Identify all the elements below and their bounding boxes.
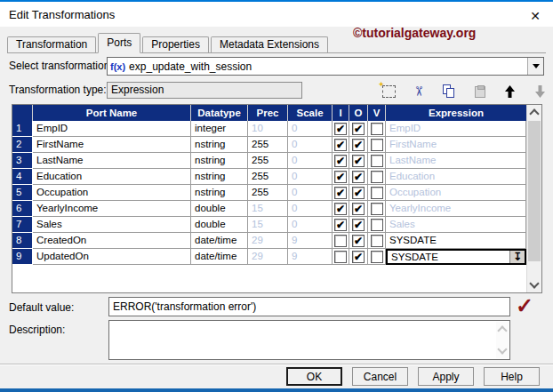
output-port-checkbox[interactable]: ✔ (352, 203, 365, 215)
help-button[interactable]: Help (484, 367, 540, 386)
datatype-cell[interactable]: nstring (191, 153, 248, 169)
datatype-cell[interactable]: date/time (191, 249, 248, 265)
output-port-checkbox[interactable]: ✔ (352, 123, 365, 135)
input-port-checkbox[interactable]: ✔ (334, 187, 347, 199)
input-port-checkbox[interactable] (334, 251, 347, 263)
input-port-checkbox[interactable] (334, 235, 347, 247)
open-expression-editor-button[interactable]: ↧ (509, 251, 525, 263)
port-name-cell[interactable]: FirstName (33, 137, 191, 153)
output-port-checkbox[interactable]: ✔ (352, 235, 365, 247)
scale-cell[interactable]: 9 (288, 233, 333, 249)
expression-cell[interactable]: Occupation (386, 185, 526, 201)
variable-port-checkbox[interactable] (371, 219, 383, 231)
input-port-checkbox[interactable]: ✔ (334, 203, 347, 215)
row-number-cell[interactable]: 4 (12, 169, 33, 185)
row-number-cell[interactable]: 8 (12, 233, 33, 249)
row-number-cell[interactable]: 9 (12, 249, 33, 265)
variable-port-checkbox[interactable] (371, 203, 383, 215)
output-port-checkbox[interactable]: ✔ (352, 171, 365, 183)
tab-properties[interactable]: Properties (142, 36, 209, 52)
output-port-checkbox[interactable]: ✔ (352, 187, 365, 199)
datatype-cell[interactable]: nstring (191, 137, 248, 153)
expression-cell[interactable]: SYSDATE (386, 233, 526, 249)
scale-cell[interactable]: 0 (288, 217, 333, 233)
variable-port-checkbox[interactable] (371, 123, 383, 135)
row-number-cell[interactable]: 5 (12, 185, 33, 201)
default-value-input[interactable] (108, 297, 510, 316)
variable-port-checkbox[interactable] (371, 187, 383, 199)
row-number-cell[interactable]: 7 (12, 217, 33, 233)
output-port-checkbox[interactable]: ✔ (352, 219, 365, 231)
scrollbar-thumb[interactable] (528, 121, 541, 261)
select-transformation-combobox[interactable]: f(x) exp_update_with_session (107, 57, 544, 76)
expression-cell[interactable]: EmpID (386, 121, 526, 137)
output-port-checkbox[interactable]: ✔ (352, 251, 365, 263)
row-number-cell[interactable]: 1 (12, 121, 33, 137)
datatype-cell[interactable]: date/time (191, 233, 248, 249)
variable-port-checkbox[interactable] (371, 171, 383, 183)
row-number-cell[interactable]: 2 (12, 137, 33, 153)
port-name-cell[interactable]: EmpID (33, 121, 191, 137)
expression-cell[interactable]: SYSDATE↧ (386, 249, 526, 265)
port-name-cell[interactable]: Sales (33, 217, 191, 233)
validate-check-icon[interactable]: ✓ (516, 293, 533, 318)
scale-cell[interactable]: 0 (288, 201, 333, 217)
expression-cell[interactable]: FirstName (386, 137, 526, 153)
input-port-checkbox[interactable]: ✔ (334, 123, 347, 135)
apply-button[interactable]: Apply (418, 367, 474, 386)
prec-cell[interactable]: 29 (248, 233, 288, 249)
port-name-cell[interactable]: Education (33, 169, 191, 185)
prec-cell[interactable]: 255 (248, 185, 288, 201)
datatype-cell[interactable]: double (191, 217, 248, 233)
scale-cell[interactable]: 9 (288, 249, 333, 265)
tab-transformation[interactable]: Transformation (7, 36, 96, 52)
datatype-cell[interactable]: double (191, 201, 248, 217)
move-up-icon[interactable] (502, 84, 517, 100)
description-scrollbar[interactable] (496, 322, 509, 358)
prec-cell[interactable]: 255 (248, 137, 288, 153)
scale-cell[interactable]: 0 (288, 137, 333, 153)
scale-cell[interactable]: 0 (288, 169, 333, 185)
prec-cell[interactable]: 10 (248, 121, 288, 137)
variable-port-checkbox[interactable] (371, 251, 383, 263)
row-number-cell[interactable]: 6 (12, 201, 33, 217)
port-name-cell[interactable]: CreatedOn (33, 233, 191, 249)
description-textarea[interactable] (108, 320, 510, 360)
table-vertical-scrollbar[interactable] (526, 105, 541, 292)
output-port-checkbox[interactable]: ✔ (352, 139, 365, 151)
expression-cell[interactable]: LastName (386, 153, 526, 169)
scroll-down-icon[interactable] (529, 278, 539, 288)
combobox-dropdown-button[interactable] (527, 58, 543, 75)
datatype-cell[interactable]: nstring (191, 169, 248, 185)
input-port-checkbox[interactable]: ✔ (334, 139, 347, 151)
new-port-icon[interactable]: ✦ (381, 84, 397, 100)
expression-cell[interactable]: Sales (386, 217, 526, 233)
port-name-cell[interactable]: Occupation (33, 185, 191, 201)
port-name-cell[interactable]: LastName (33, 153, 191, 169)
prec-cell[interactable]: 15 (248, 201, 288, 217)
close-icon[interactable]: ✕ (525, 7, 545, 25)
variable-port-checkbox[interactable] (371, 139, 383, 151)
datatype-cell[interactable]: nstring (191, 185, 248, 201)
expression-cell[interactable]: Education (386, 169, 526, 185)
tab-ports[interactable]: Ports (98, 33, 140, 53)
cut-icon[interactable]: ✂ (412, 84, 427, 100)
copy-icon[interactable] (442, 84, 457, 100)
ok-button[interactable]: OK (286, 367, 342, 386)
variable-port-checkbox[interactable] (371, 155, 383, 167)
scale-cell[interactable]: 0 (288, 121, 333, 137)
input-port-checkbox[interactable]: ✔ (334, 171, 347, 183)
datatype-cell[interactable]: integer (191, 121, 248, 137)
input-port-checkbox[interactable]: ✔ (334, 155, 347, 167)
expression-cell[interactable]: YearlyIncome (386, 201, 526, 217)
output-port-checkbox[interactable]: ✔ (352, 155, 365, 167)
variable-port-checkbox[interactable] (371, 235, 383, 247)
prec-cell[interactable]: 29 (248, 249, 288, 265)
port-name-cell[interactable]: UpdatedOn (33, 249, 191, 265)
prec-cell[interactable]: 255 (248, 153, 288, 169)
row-number-cell[interactable]: 3 (12, 153, 33, 169)
input-port-checkbox[interactable]: ✔ (334, 219, 347, 231)
scroll-up-icon[interactable] (529, 108, 539, 118)
tab-metadata-extensions[interactable]: Metadata Extensions (211, 36, 328, 52)
port-name-cell[interactable]: YearlyIncome (33, 201, 191, 217)
